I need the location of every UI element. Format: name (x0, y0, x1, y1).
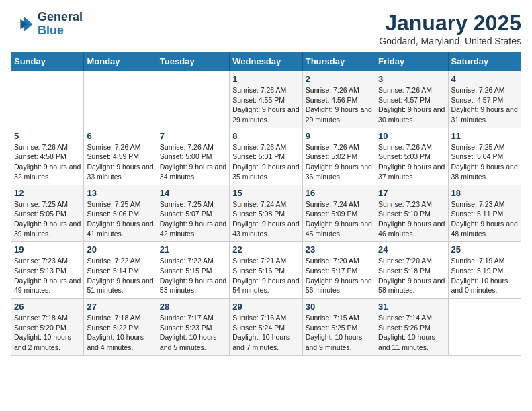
day-number: 23 (306, 244, 372, 255)
weekday-header-tuesday: Tuesday (157, 52, 229, 71)
day-number: 20 (87, 244, 153, 255)
day-number: 26 (14, 302, 81, 312)
calendar-cell: 11Sunrise: 7:25 AM Sunset: 5:04 PM Dayli… (448, 128, 521, 185)
day-number: 2 (306, 74, 372, 84)
calendar-cell: 22Sunrise: 7:21 AM Sunset: 5:16 PM Dayli… (230, 242, 302, 299)
day-info: Sunrise: 7:25 AM Sunset: 5:04 PM Dayligh… (451, 142, 518, 182)
calendar-cell: 29Sunrise: 7:16 AM Sunset: 5:24 PM Dayli… (230, 299, 302, 356)
calendar-cell: 14Sunrise: 7:25 AM Sunset: 5:07 PM Dayli… (157, 185, 229, 242)
day-number: 7 (160, 131, 226, 141)
calendar-cell: 25Sunrise: 7:19 AM Sunset: 5:19 PM Dayli… (448, 242, 521, 299)
calendar-cell: 30Sunrise: 7:15 AM Sunset: 5:25 PM Dayli… (302, 299, 375, 356)
page-header: General Blue January 2025 Goddard, Maryl… (11, 11, 521, 46)
day-info: Sunrise: 7:25 AM Sunset: 5:06 PM Dayligh… (87, 199, 153, 239)
logo-text-general: General (38, 11, 83, 24)
calendar-cell: 28Sunrise: 7:17 AM Sunset: 5:23 PM Dayli… (157, 299, 229, 356)
week-row-2: 5Sunrise: 7:26 AM Sunset: 4:58 PM Daylig… (11, 128, 521, 185)
calendar-cell: 23Sunrise: 7:20 AM Sunset: 5:17 PM Dayli… (302, 242, 375, 299)
week-row-5: 26Sunrise: 7:18 AM Sunset: 5:20 PM Dayli… (11, 299, 521, 356)
calendar-cell: 19Sunrise: 7:23 AM Sunset: 5:13 PM Dayli… (11, 242, 84, 299)
calendar-cell: 5Sunrise: 7:26 AM Sunset: 4:58 PM Daylig… (11, 128, 84, 185)
day-info: Sunrise: 7:22 AM Sunset: 5:15 PM Dayligh… (160, 256, 226, 295)
day-number: 11 (451, 131, 518, 141)
calendar-table: SundayMondayTuesdayWednesdayThursdayFrid… (11, 52, 521, 356)
day-number: 8 (232, 131, 299, 141)
weekday-header-friday: Friday (375, 52, 448, 71)
day-number: 24 (378, 244, 445, 255)
day-info: Sunrise: 7:26 AM Sunset: 4:58 PM Dayligh… (14, 142, 81, 182)
day-number: 15 (232, 188, 299, 198)
calendar-cell: 20Sunrise: 7:22 AM Sunset: 5:14 PM Dayli… (84, 242, 157, 299)
calendar-cell: 16Sunrise: 7:24 AM Sunset: 5:09 PM Dayli… (302, 185, 375, 242)
calendar-cell: 3Sunrise: 7:26 AM Sunset: 4:57 PM Daylig… (375, 71, 448, 128)
logo-icon (11, 12, 35, 36)
day-number: 13 (87, 188, 153, 198)
calendar-cell: 17Sunrise: 7:23 AM Sunset: 5:10 PM Dayli… (375, 185, 448, 242)
day-number: 10 (378, 131, 445, 141)
day-info: Sunrise: 7:16 AM Sunset: 5:24 PM Dayligh… (232, 313, 299, 353)
calendar-cell (11, 71, 84, 128)
logo: General Blue (11, 11, 83, 38)
day-info: Sunrise: 7:26 AM Sunset: 5:00 PM Dayligh… (160, 142, 226, 182)
day-info: Sunrise: 7:19 AM Sunset: 5:19 PM Dayligh… (451, 256, 518, 295)
calendar-cell: 15Sunrise: 7:24 AM Sunset: 5:08 PM Dayli… (230, 185, 302, 242)
week-row-3: 12Sunrise: 7:25 AM Sunset: 5:05 PM Dayli… (11, 185, 521, 242)
calendar-body: 1Sunrise: 7:26 AM Sunset: 4:55 PM Daylig… (11, 71, 521, 356)
day-number: 27 (87, 302, 153, 312)
calendar-cell: 9Sunrise: 7:26 AM Sunset: 5:02 PM Daylig… (302, 128, 375, 185)
calendar-cell: 21Sunrise: 7:22 AM Sunset: 5:15 PM Dayli… (157, 242, 229, 299)
calendar-cell (84, 71, 157, 128)
day-number: 6 (87, 131, 153, 141)
day-info: Sunrise: 7:14 AM Sunset: 5:26 PM Dayligh… (378, 313, 445, 353)
day-info: Sunrise: 7:26 AM Sunset: 5:02 PM Dayligh… (306, 142, 372, 182)
calendar-cell: 27Sunrise: 7:18 AM Sunset: 5:22 PM Dayli… (84, 299, 157, 356)
day-info: Sunrise: 7:26 AM Sunset: 4:57 PM Dayligh… (378, 85, 445, 125)
day-number: 29 (232, 302, 299, 312)
day-info: Sunrise: 7:26 AM Sunset: 4:55 PM Dayligh… (232, 85, 299, 125)
calendar-cell: 24Sunrise: 7:20 AM Sunset: 5:18 PM Dayli… (375, 242, 448, 299)
calendar-cell: 6Sunrise: 7:26 AM Sunset: 4:59 PM Daylig… (84, 128, 157, 185)
calendar-cell: 13Sunrise: 7:25 AM Sunset: 5:06 PM Dayli… (84, 185, 157, 242)
day-number: 5 (14, 131, 81, 141)
calendar-cell: 8Sunrise: 7:26 AM Sunset: 5:01 PM Daylig… (230, 128, 302, 185)
calendar-cell: 31Sunrise: 7:14 AM Sunset: 5:26 PM Dayli… (375, 299, 448, 356)
day-info: Sunrise: 7:17 AM Sunset: 5:23 PM Dayligh… (160, 313, 226, 353)
day-info: Sunrise: 7:15 AM Sunset: 5:25 PM Dayligh… (306, 313, 372, 353)
day-info: Sunrise: 7:20 AM Sunset: 5:18 PM Dayligh… (378, 256, 445, 295)
weekday-header-saturday: Saturday (448, 52, 521, 71)
day-info: Sunrise: 7:24 AM Sunset: 5:08 PM Dayligh… (232, 199, 299, 239)
day-number: 4 (451, 74, 518, 84)
day-number: 25 (451, 244, 518, 255)
day-number: 21 (160, 244, 226, 255)
day-number: 12 (14, 188, 81, 198)
day-number: 31 (378, 302, 445, 312)
day-info: Sunrise: 7:20 AM Sunset: 5:17 PM Dayligh… (306, 256, 372, 295)
calendar-cell: 2Sunrise: 7:26 AM Sunset: 4:56 PM Daylig… (302, 71, 375, 128)
day-info: Sunrise: 7:23 AM Sunset: 5:10 PM Dayligh… (378, 199, 445, 239)
day-info: Sunrise: 7:26 AM Sunset: 4:59 PM Dayligh… (87, 142, 153, 182)
weekday-header-wednesday: Wednesday (230, 52, 302, 71)
day-info: Sunrise: 7:24 AM Sunset: 5:09 PM Dayligh… (306, 199, 372, 239)
day-info: Sunrise: 7:23 AM Sunset: 5:11 PM Dayligh… (451, 199, 518, 239)
day-info: Sunrise: 7:25 AM Sunset: 5:05 PM Dayligh… (14, 199, 81, 239)
day-info: Sunrise: 7:25 AM Sunset: 5:07 PM Dayligh… (160, 199, 226, 239)
day-number: 22 (232, 244, 299, 255)
logo-text-blue: Blue (38, 24, 83, 38)
day-info: Sunrise: 7:26 AM Sunset: 5:03 PM Dayligh… (378, 142, 445, 182)
header-row: SundayMondayTuesdayWednesdayThursdayFrid… (11, 52, 521, 71)
weekday-header-monday: Monday (84, 52, 157, 71)
week-row-1: 1Sunrise: 7:26 AM Sunset: 4:55 PM Daylig… (11, 71, 521, 128)
day-number: 14 (160, 188, 226, 198)
day-number: 18 (451, 188, 518, 198)
calendar-cell (448, 299, 521, 356)
day-info: Sunrise: 7:26 AM Sunset: 4:57 PM Dayligh… (451, 85, 518, 125)
day-number: 28 (160, 302, 226, 312)
calendar-cell: 1Sunrise: 7:26 AM Sunset: 4:55 PM Daylig… (230, 71, 302, 128)
calendar-cell: 10Sunrise: 7:26 AM Sunset: 5:03 PM Dayli… (375, 128, 448, 185)
weekday-header-sunday: Sunday (11, 52, 84, 71)
day-number: 19 (14, 244, 81, 255)
day-number: 30 (306, 302, 372, 312)
week-row-4: 19Sunrise: 7:23 AM Sunset: 5:13 PM Dayli… (11, 242, 521, 299)
location-text: Goddard, Maryland, United States (379, 36, 521, 46)
day-number: 16 (306, 188, 372, 198)
